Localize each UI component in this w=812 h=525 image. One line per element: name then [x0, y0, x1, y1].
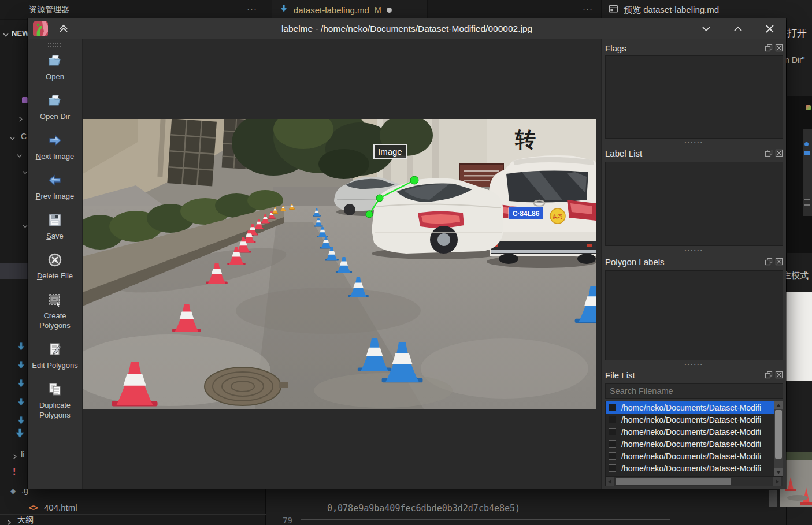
- float-panel-icon[interactable]: [765, 258, 773, 266]
- open-button[interactable]: Open: [28, 53, 82, 81]
- tree-selected-row: [0, 263, 28, 279]
- white-sedan: [372, 178, 503, 254]
- tree-item-li[interactable]: li: [21, 449, 25, 459]
- chevron-down-icon[interactable]: [2, 30, 9, 40]
- exclamation-icon[interactable]: !: [13, 467, 16, 477]
- toolbar-button-label: Edit Polygons: [32, 360, 78, 370]
- chevron-down-icon[interactable]: [9, 133, 16, 144]
- preview-heading-fragment: 打开: [787, 27, 807, 40]
- annotation-vertex[interactable]: [366, 211, 373, 218]
- file-checkbox[interactable]: [609, 464, 616, 472]
- file-list-horizontal-scrollbar[interactable]: [606, 476, 783, 486]
- file-checkbox[interactable]: [609, 452, 616, 460]
- chevron-right-icon[interactable]: [17, 114, 24, 125]
- toolbar-drag-handle-icon[interactable]: [47, 43, 62, 47]
- next-image-button[interactable]: Next Image: [28, 133, 82, 161]
- file-list-item[interactable]: /home/neko/Documents/Dataset-Modifi: [606, 401, 775, 414]
- file-list-vertical-scrollbar[interactable]: [774, 401, 783, 476]
- annotation-vertex[interactable]: [410, 176, 418, 184]
- close-panel-icon[interactable]: [775, 149, 783, 157]
- chevron-right-icon[interactable]: [12, 452, 18, 462]
- scrollbar-thumb[interactable]: [616, 478, 731, 485]
- chevron-down-icon[interactable]: [16, 151, 23, 161]
- panel-title: File List: [605, 370, 762, 380]
- sticker-text: 实习: [553, 214, 563, 219]
- file-list-item[interactable]: /home/neko/Documents/Dataset-Modifi: [606, 438, 775, 450]
- duplicate-polygons-button[interactable]: Duplicate Polygons: [28, 382, 82, 420]
- panel-title: Label List: [605, 148, 762, 158]
- file-path-label: /home/neko/Documents/Dataset-Modifi: [621, 464, 761, 473]
- toolbar-button-label: Open: [46, 72, 64, 81]
- file-checkbox[interactable]: [609, 440, 616, 448]
- minimize-button[interactable]: [699, 22, 713, 36]
- toolbar-button-label: Open Dir: [40, 111, 70, 121]
- markdown-file-icon[interactable]: [16, 379, 26, 391]
- scroll-right-icon[interactable]: [773, 477, 781, 486]
- labelme-logo-icon: [806, 105, 811, 110]
- close-panel-icon[interactable]: [775, 44, 783, 52]
- maximize-button[interactable]: [731, 22, 745, 36]
- float-panel-icon[interactable]: [765, 44, 773, 52]
- markdown-file-icon[interactable]: [16, 360, 26, 373]
- tab-preview-dataset-labeling[interactable]: 预览 dataset-labeling.md: [601, 0, 812, 20]
- file-list-item[interactable]: /home/neko/Documents/Dataset-Modifi: [606, 414, 775, 426]
- create-polygon-icon: [47, 292, 62, 307]
- markdown-file-icon[interactable]: [16, 397, 26, 409]
- scroll-down-icon[interactable]: [774, 468, 783, 476]
- file-checkbox[interactable]: [609, 404, 616, 411]
- outline-section-label[interactable]: 大纲: [17, 515, 34, 525]
- prev-image-button[interactable]: Prev Image: [28, 173, 82, 201]
- panel-splitter[interactable]: ••••••: [602, 140, 787, 144]
- markdown-file-icon[interactable]: [14, 427, 26, 442]
- create-polygons-button[interactable]: Create Polygons: [28, 292, 82, 330]
- polygon-labels-list[interactable]: [605, 270, 783, 360]
- tree-item-g[interactable]: .g: [21, 486, 28, 495]
- tree-item-c[interactable]: C: [21, 132, 27, 141]
- float-panel-icon[interactable]: [765, 371, 773, 379]
- delete-file-button[interactable]: Delete File: [28, 252, 82, 281]
- markdown-file-icon[interactable]: [16, 416, 26, 428]
- scroll-up-icon[interactable]: [774, 401, 783, 409]
- explorer-more-icon[interactable]: ···: [247, 4, 257, 14]
- chevron-right-icon[interactable]: [6, 517, 12, 525]
- flags-panel-header: Flags: [605, 42, 783, 54]
- save-button[interactable]: Save: [28, 213, 82, 241]
- file-list-item[interactable]: /home/neko/Documents/Dataset-Modifi: [606, 426, 775, 438]
- edit-polygons-button[interactable]: Edit Polygons: [28, 342, 82, 370]
- editor-actions-icon[interactable]: ···: [583, 4, 593, 14]
- scroll-left-icon[interactable]: [606, 477, 614, 486]
- label-list[interactable]: [605, 162, 783, 246]
- shade-window-button[interactable]: [57, 22, 71, 36]
- open-dir-button[interactable]: Open Dir: [28, 93, 82, 121]
- close-button[interactable]: [763, 22, 777, 36]
- tree-section-new[interactable]: NEW: [12, 29, 29, 38]
- markdown-file-icon[interactable]: [16, 342, 26, 354]
- suv: C·84L86 实习: [489, 155, 596, 264]
- arrow-right-icon: [47, 133, 62, 148]
- tree-item-404[interactable]: 404.html: [44, 502, 77, 512]
- image-canvas[interactable]: 转: [83, 39, 601, 489]
- editor-scrollbar-thumb[interactable]: [769, 490, 777, 507]
- close-panel-icon[interactable]: [775, 258, 783, 266]
- labelme-toolbar: OpenOpen DirNext ImagePrev ImageSaveDele…: [28, 39, 83, 489]
- float-panel-icon[interactable]: [765, 149, 773, 157]
- folder-open-icon: [47, 53, 62, 68]
- file-list-item[interactable]: /home/neko/Documents/Dataset-Modifi: [606, 462, 775, 474]
- unsaved-dot-icon[interactable]: [387, 8, 392, 13]
- close-panel-icon[interactable]: [775, 371, 783, 379]
- panel-splitter[interactable]: ••••••: [602, 362, 787, 366]
- editor-link-text[interactable]: 0,078e9a9ba409fec6dbde0b3d2d7cb4e8e5): [327, 503, 520, 513]
- scrollbar-thumb[interactable]: [775, 410, 782, 459]
- markdown-file-icon: [279, 4, 288, 16]
- annotation-vertex[interactable]: [376, 195, 383, 202]
- photo[interactable]: 转: [83, 119, 596, 409]
- panel-splitter[interactable]: ••••••: [602, 247, 787, 252]
- search-filename-input[interactable]: [605, 383, 783, 399]
- tab-dataset-labeling[interactable]: dataset-labeling.md M: [272, 0, 428, 20]
- flags-list[interactable]: [605, 55, 783, 139]
- file-list-item[interactable]: /home/neko/Documents/Dataset-Modifi: [606, 450, 775, 462]
- label-list-panel-header: Label List: [605, 147, 783, 159]
- file-checkbox[interactable]: [609, 428, 616, 435]
- labelme-titlebar[interactable]: labelme - /home/neko/Documents/Dataset-M…: [28, 18, 786, 39]
- file-checkbox[interactable]: [609, 416, 616, 423]
